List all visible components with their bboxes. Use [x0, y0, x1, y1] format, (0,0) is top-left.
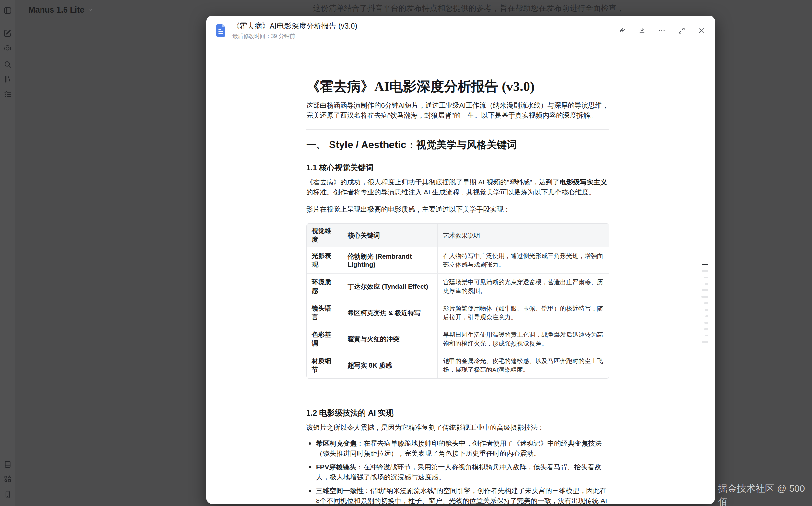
apps-icon[interactable] [2, 473, 13, 484]
cell-effect: 影片频繁使用物体（如牛眼、玉佩、铠甲）的极近特写，随后拉开，引导观众注意力。 [437, 300, 609, 326]
fullscreen-button[interactable] [676, 25, 687, 36]
p1-text-bold: 电影级写实主义 [559, 178, 607, 186]
document-modal: 《霍去病》AI电影深度分析报告 (v3.0) 最后修改时间：39 分钟前 《霍去… [206, 15, 715, 504]
notebook-icon[interactable] [2, 459, 13, 470]
document-content: 《霍去病》AI电影深度分析报告 (v3.0) 这部由杨涵涵导演制作的6分钟AI短… [306, 46, 609, 504]
table-row: 镜头语言 希区柯克变焦 & 极近特写 影片频繁使用物体（如牛眼、玉佩、铠甲）的极… [307, 300, 609, 326]
outline-bar[interactable] [702, 289, 708, 291]
document-body[interactable]: 《霍去病》AI电影深度分析报告 (v3.0) 这部由杨涵涵导演制作的6分钟AI短… [206, 46, 715, 504]
doc-title: 《霍去病》AI电影深度分析报告 (v3.0) [306, 78, 609, 95]
share-icon [619, 27, 626, 34]
bullet-text: ：在霍去病单膝跪地接帅印的镜头中，创作者使用了《迷魂记》中的经典变焦技法（镜头推… [316, 439, 602, 457]
app-title-label: Manus 1.6 Lite [28, 5, 84, 15]
cell-dimension: 色彩基调 [307, 326, 342, 352]
keyword-main: 暖黄与火红的冲突 [348, 336, 400, 343]
outline-bar[interactable] [704, 322, 708, 324]
watermark-text: 掘金技术社区 @ 500佰 [718, 482, 812, 506]
chevron-down-icon [88, 7, 93, 13]
share-button[interactable] [617, 25, 628, 36]
aesthetic-keywords-table: 视觉维度 核心关键词 艺术效果说明 光影表现 伦勃朗光 (Rembrandt L… [306, 223, 609, 378]
keyword-main: 希区柯克变焦 & 极近特写 [348, 309, 421, 316]
section-1-2-heading: 1.2 电影级技法的 AI 实现 [306, 408, 609, 418]
outline-bar[interactable] [705, 335, 708, 336]
cell-keyword: 丁达尔效应 (Tyndall Effect) [342, 273, 438, 300]
list-item: 希区柯克变焦：在霍去病单膝跪地接帅印的镜头中，创作者使用了《迷魂记》中的经典变焦… [306, 438, 609, 458]
close-button[interactable] [696, 25, 707, 36]
outline-bar[interactable] [704, 328, 708, 330]
bullet-lead: 三维空间一致性 [316, 487, 364, 494]
cell-keyword: 超写实 8K 质感 [342, 352, 438, 378]
cell-effect: 在人物特写中广泛使用，通过侧光形成三角形光斑，增强面部立体感与戏剧张力。 [437, 247, 609, 273]
table-row: 材质细节 超写实 8K 质感 铠甲的金属冷光、皮毛的蓬松感、以及马匹奔跑时的尘土… [307, 352, 609, 378]
panel-toggle-icon[interactable] [2, 5, 13, 16]
document-outline-minimap[interactable] [701, 263, 708, 343]
divider [306, 129, 609, 130]
section-1-heading: 一、 Style / Aesthetic：视觉美学与风格关键词 [306, 138, 609, 152]
section-1-1-paragraph-1: 《霍去病》的成功，很大程度上归功于其彻底摆脱了早期 AI 视频的"塑料感"，达到… [306, 177, 609, 197]
outline-bar[interactable] [705, 315, 708, 317]
tasks-icon[interactable] [2, 88, 13, 99]
cell-dimension: 材质细节 [307, 352, 342, 378]
col-header-effect: 艺术效果说明 [437, 224, 609, 247]
modal-doc-title: 《霍去病》AI电影深度分析报告 (v3.0) [232, 21, 358, 31]
table-row: 光影表现 伦勃朗光 (Rembrandt Lighting) 在人物特写中广泛使… [307, 247, 609, 273]
left-sidebar [0, 0, 15, 506]
bullet-text: ：在冲锋激战环节，采用第一人称视角模拟骑兵冲入敌阵，低头看马背、抬头看敌人，极大… [316, 463, 601, 481]
download-button[interactable] [636, 25, 647, 36]
search-icon[interactable] [2, 59, 13, 70]
more-icon [658, 27, 666, 34]
table-row: 色彩基调 暖黄与火红的冲突 早期田园生活使用温暖的黄土色调，战争爆发后迅速转为高… [307, 326, 609, 352]
outline-bar[interactable] [701, 296, 708, 298]
technique-list: 希区柯克变焦：在霍去病单膝跪地接帅印的镜头中，创作者使用了《迷魂记》中的经典变焦… [306, 438, 609, 504]
fullscreen-icon [678, 27, 685, 34]
cell-dimension: 光影表现 [307, 247, 342, 273]
col-header-keyword: 核心关键词 [342, 224, 438, 247]
cell-dimension: 环境质感 [307, 273, 342, 300]
cell-effect: 铠甲的金属冷光、皮毛的蓬松感、以及马匹奔跑时的尘土飞扬，展现了极高的AI渲染精度… [437, 352, 609, 378]
more-button[interactable] [656, 25, 667, 36]
cell-keyword: 伦勃朗光 (Rembrandt Lighting) [342, 247, 438, 273]
outline-bar[interactable] [702, 270, 708, 272]
compose-icon[interactable] [2, 27, 13, 38]
keyword-main: 丁达尔效应 [348, 283, 380, 290]
keyword-main: 伦勃朗光 [348, 253, 374, 260]
section-1-1-paragraph-2: 影片在视觉上呈现出极高的电影质感，主要通过以下美学手段实现： [306, 204, 609, 214]
section-1-2-paragraph: 该短片之所以令人震撼，是因为它精准复刻了传统影视工业中的高级摄影技法： [306, 422, 609, 432]
keyword-en: (Tyndall Effect) [380, 283, 428, 290]
doc-intro-paragraph: 这部由杨涵涵导演制作的6分钟AI短片，通过工业级AI工作流（纳米漫剧流水线）与深… [306, 100, 609, 120]
p1-text-post: 的标准。创作者将专业的导演思维注入 AI 生成流程，其视觉美学可以提炼为以下几个… [306, 188, 596, 196]
download-icon [638, 27, 646, 34]
app-title-dropdown[interactable]: Manus 1.6 Lite [28, 5, 93, 15]
doc-file-icon [213, 23, 228, 37]
phone-icon[interactable] [2, 489, 13, 500]
keyword-main: 超写实 8K 质感 [348, 362, 392, 369]
outline-bar[interactable] [702, 263, 708, 265]
outline-bar[interactable] [705, 309, 708, 311]
modal-actions [617, 15, 707, 46]
list-item: 三维空间一致性：借助"纳米漫剧流水线"的空间引擎，创作者先构建了未央宫的三维模型… [306, 486, 609, 504]
outline-bar[interactable] [705, 283, 708, 284]
p1-text-pre: 《霍去病》的成功，很大程度上归功于其彻底摆脱了早期 AI 视频的"塑料感"，达到… [306, 178, 559, 186]
cell-dimension: 镜头语言 [307, 300, 342, 326]
outline-bar[interactable] [704, 303, 708, 304]
cell-effect: 宫廷场景中可见清晰的光束穿透窗棂，营造出庄严肃穆、历史厚重的氛围。 [437, 273, 609, 300]
divider [306, 394, 609, 395]
col-header-dimension: 视觉维度 [307, 224, 342, 247]
bullet-lead: FPV穿梭镜头 [316, 463, 357, 471]
modal-doc-modified: 最后修改时间：39 分钟前 [232, 32, 295, 40]
library-icon[interactable] [2, 74, 13, 85]
close-icon [698, 27, 705, 34]
outline-bar[interactable] [704, 276, 708, 278]
table-row: 环境质感 丁达尔效应 (Tyndall Effect) 宫廷场景中可见清晰的光束… [307, 273, 609, 300]
cell-keyword: 暖黄与火红的冲突 [342, 326, 438, 352]
list-item: FPV穿梭镜头：在冲锋激战环节，采用第一人称视角模拟骑兵冲入敌阵，低头看马背、抬… [306, 462, 609, 482]
cell-keyword: 希区柯克变焦 & 极近特写 [342, 300, 438, 326]
agent-icon[interactable] [2, 43, 13, 54]
outline-bar[interactable] [702, 341, 708, 343]
bullet-lead: 希区柯克变焦 [316, 439, 357, 447]
section-1-1-heading: 1.1 核心视觉关键词 [306, 162, 609, 173]
cell-effect: 早期田园生活使用温暖的黄土色调，战争爆发后迅速转为高饱和的橙红火光，形成强烈视觉… [437, 326, 609, 352]
table-head: 视觉维度 核心关键词 艺术效果说明 [307, 224, 609, 247]
modal-header: 《霍去病》AI电影深度分析报告 (v3.0) 最后修改时间：39 分钟前 [206, 15, 715, 46]
